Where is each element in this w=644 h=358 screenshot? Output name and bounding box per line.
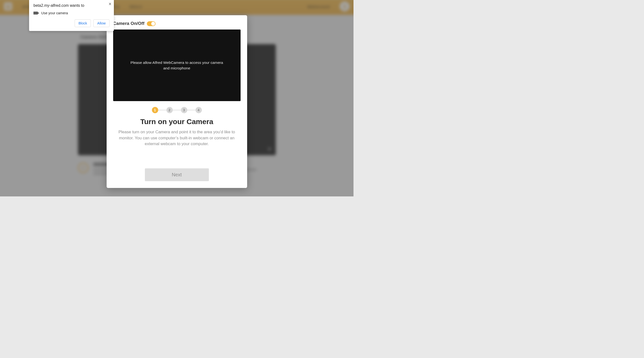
step-1: 1 (152, 107, 158, 113)
camera-preview-message: Please allow Alfred WebCamera to access … (128, 60, 226, 71)
close-icon[interactable]: × (108, 1, 112, 6)
toggle-knob (151, 22, 155, 26)
browser-permission-prompt: × beta2.my-alfred.com wants to Use your … (29, 0, 114, 31)
modal-title: Turn on your Camera (113, 118, 240, 126)
step-2: 2 (166, 107, 173, 113)
step-4: 4 (196, 107, 202, 113)
onboarding-modal: Camera On/Off Please allow Alfred WebCam… (106, 15, 247, 188)
permission-origin: beta2.my-alfred.com wants to (34, 3, 110, 8)
camera-toggle[interactable] (147, 21, 156, 26)
allow-button[interactable]: Allow (93, 19, 110, 27)
step-indicator: 1 2 3 4 (113, 107, 240, 113)
next-button[interactable]: Next (145, 168, 209, 181)
modal-description: Please turn on your Camera and point it … (113, 129, 240, 147)
permission-request-text: Use your camera (41, 11, 68, 15)
step-separator (173, 110, 181, 110)
camera-icon (34, 12, 38, 14)
step-separator (187, 110, 196, 110)
camera-preview-placeholder: Please allow Alfred WebCamera to access … (113, 29, 240, 101)
step-3: 3 (181, 107, 187, 113)
camera-toggle-label: Camera On/Off (113, 21, 145, 26)
block-button[interactable]: Block (74, 19, 91, 27)
step-separator (158, 110, 166, 110)
